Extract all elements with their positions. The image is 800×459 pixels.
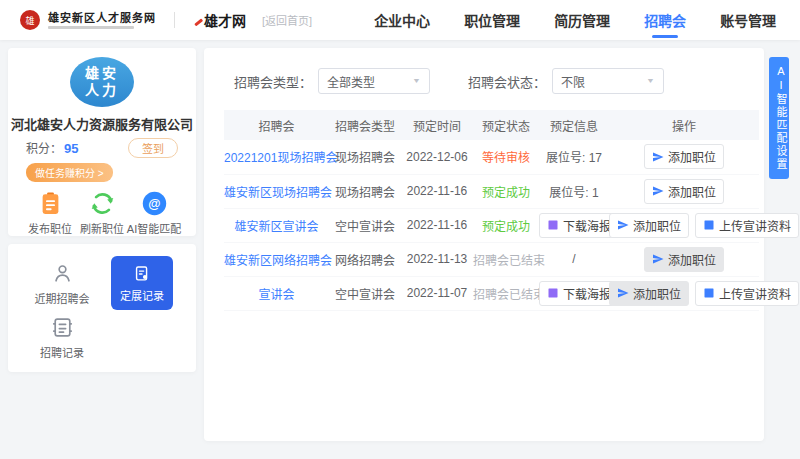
col-booking-info: 预定信息 [539,110,609,140]
fair-type-label: 招聘会类型： [234,72,312,91]
table-row: 雄安新区宣讲会空中宣讲会2022-11-16预定成功下载海报添加职位上传宣讲资料 [224,208,759,242]
quick-actions: 发布职位 刷新职位 @ AI智能匹配 [8,190,196,236]
fair-menu-card: 近期招聘会 定展记录 招聘记录 [8,244,196,372]
download-poster-button[interactable]: 下载海报 [539,213,619,238]
fair-name-link[interactable]: 20221201现场招聘会 [224,151,337,165]
main-nav: 企业中心 职位管理 简历管理 招聘会 账号管理 [374,0,776,40]
refresh-position-button[interactable]: 刷新职位 [76,190,128,236]
booking-date: 2022-11-16 [401,208,473,242]
fair-name-link[interactable]: 雄安新区网络招聘会 [224,254,332,268]
nav-enterprise-center[interactable]: 企业中心 [374,0,430,40]
add-position-button[interactable]: 添加职位 [644,144,724,169]
booking-doc-icon [132,264,152,284]
add-position-button[interactable]: 添加职位 [609,213,689,238]
menu-recent-fairs[interactable]: 近期招聘会 [35,261,90,306]
fair-name-link[interactable]: 雄安新区宣讲会 [234,220,318,234]
fair-status-label: 招聘会状态： [468,72,546,91]
fair-status-filter: 招聘会状态： 不限 ▼ [468,68,664,94]
fair-type-select[interactable]: 全部类型 ▼ [318,68,430,94]
fair-name-link[interactable]: 雄安新区现场招聘会 [224,186,332,200]
menu-recruit-records[interactable]: 招聘记录 [40,315,84,360]
ai-match-button[interactable]: @ AI智能匹配 [128,190,180,236]
nav-job-fair[interactable]: 招聘会 [644,0,686,40]
download-poster-button[interactable]: 下载海报 [539,281,619,306]
fair-type: 网络招聘会 [329,242,401,276]
avatar-text-line1: 雄安 [85,65,119,82]
fair-type: 现场招聘会 [329,174,401,208]
ai-match-settings-tab[interactable]: AI智能匹配设置 [769,57,789,179]
add-position-button[interactable]: 添加职位 [644,179,724,204]
col-booking-status: 预定状态 [473,110,539,140]
upload-icon [703,287,715,299]
arrow-icon [194,18,203,26]
logo-group[interactable]: 雄 雄安新区人才服务网 雄才网 [返回首页] [20,10,312,30]
booking-info-text: / [572,252,575,266]
add-position-button[interactable]: 添加职位 [644,247,724,272]
add-position-button[interactable]: 添加职位 [609,281,689,306]
points-row: 积分：95 签到 [8,138,196,158]
ledger-icon [50,315,75,340]
clipboard-icon [37,190,64,217]
upload-icon [703,219,715,231]
booking-date: 2022-11-07 [401,276,473,310]
upload-material-button[interactable]: 上传宣讲资料 [695,281,799,306]
booking-status: 预定成功 [482,220,530,234]
avatar-text-line2: 人力 [85,82,119,99]
menu-booking-records[interactable]: 定展记录 [111,256,173,310]
svg-text:雄: 雄 [25,15,34,26]
publish-position-button[interactable]: 发布职位 [24,190,76,236]
send-icon [652,151,664,163]
fair-type: 现场招聘会 [329,140,401,174]
fair-type-filter: 招聘会类型： 全部类型 ▼ [234,68,430,94]
seal-logo-icon: 雄 [20,10,40,30]
booking-info-text: 展位号: 1 [549,186,598,200]
points: 积分：95 [26,139,78,157]
fair-type: 空中宣讲会 [329,208,401,242]
send-icon [652,185,664,197]
logo-tagline [48,26,134,29]
ai-icon: @ [141,190,168,217]
signin-button[interactable]: 签到 [128,138,178,158]
logo-text: 雄安新区人才服务网 [48,12,156,29]
poster-icon [547,287,559,299]
svg-text:@: @ [148,197,160,211]
chevron-down-icon: ▼ [412,77,421,85]
booking-status: 预定成功 [482,186,530,200]
booking-date: 2022-11-16 [401,174,473,208]
col-booking-time: 预定时间 [401,110,473,140]
company-avatar[interactable]: 雄安 人力 [70,57,134,107]
upload-material-button[interactable]: 上传宣讲资料 [695,213,799,238]
page: 雄 雄安新区人才服务网 雄才网 [返回首页] 企业中心 职位管理 简历管理 招聘… [0,0,800,459]
send-icon [617,287,629,299]
col-fair: 招聘会 [224,110,329,140]
nav-account-management[interactable]: 账号管理 [720,0,776,40]
top-navbar: 雄 雄安新区人才服务网 雄才网 [返回首页] 企业中心 职位管理 简历管理 招聘… [0,0,800,40]
partner-logo: 雄才网 [193,10,246,30]
table-row: 宣讲会空中宣讲会2022-11-07招聘会已结束下载海报添加职位上传宣讲资料 [224,276,759,310]
booking-records-panel: 招聘会类型： 全部类型 ▼ 招聘会状态： 不限 ▼ [204,48,764,441]
nav-resume-management[interactable]: 简历管理 [554,0,610,40]
fair-type: 空中宣讲会 [329,276,401,310]
send-icon [617,219,629,231]
booking-date: 2022-11-13 [401,242,473,276]
table-row: 雄安新区现场招聘会现场招聘会2022-11-16预定成功展位号: 1添加职位 [224,174,759,208]
fair-name-link[interactable]: 宣讲会 [258,288,294,302]
table-row: 雄安新区网络招聘会网络招聘会2022-11-13招聘会已结束/添加职位 [224,242,759,276]
site-name: 雄安新区人才服务网 [48,12,156,24]
poster-icon [547,219,559,231]
filter-row: 招聘会类型： 全部类型 ▼ 招聘会状态： 不限 ▼ [204,48,764,94]
nav-position-management[interactable]: 职位管理 [464,0,520,40]
booking-status: 等待审核 [482,151,530,165]
booking-info-text: 展位号: 17 [546,151,602,165]
person-icon [50,261,75,286]
company-name: 河北雄安人力资源服务有限公司 [11,114,193,133]
fair-status-select[interactable]: 不限 ▼ [552,68,664,94]
booking-status: 招聘会已结束 [473,288,545,302]
booking-status: 招聘会已结束 [473,254,545,268]
back-home-link[interactable]: [返回首页] [262,12,312,28]
earn-points-badge[interactable]: 做任务赚积分 > [26,163,113,182]
booking-date: 2022-12-06 [401,140,473,174]
table-row: 20221201现场招聘会现场招聘会2022-12-06等待审核展位号: 17添… [224,140,759,174]
refresh-icon [89,190,116,217]
chevron-down-icon: ▼ [646,77,655,85]
